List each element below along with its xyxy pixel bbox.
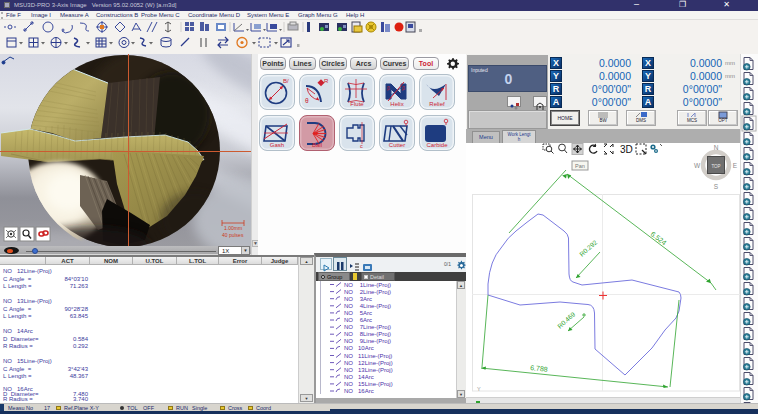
svg-text:S: S	[714, 183, 719, 190]
svg-text:R0.469: R0.469	[556, 310, 577, 329]
svg-text:6.788: 6.788	[530, 364, 548, 373]
svg-text:Y: Y	[477, 386, 481, 392]
svg-text:β: β	[402, 85, 405, 91]
svg-text:E: E	[733, 162, 738, 169]
svg-text:1.00mm: 1.00mm	[224, 225, 242, 231]
svg-text:N: N	[714, 144, 719, 151]
svg-text:R: R	[324, 78, 329, 84]
svg-text:c: c	[360, 143, 363, 149]
svg-text:W: W	[694, 162, 701, 169]
svg-text:B/: B/	[283, 78, 289, 84]
svg-text:3D: 3D	[620, 144, 633, 155]
svg-text:40 pulses: 40 pulses	[222, 232, 244, 238]
svg-text:β: β	[387, 85, 390, 91]
svg-text:R0.292: R0.292	[578, 238, 599, 257]
svg-text:Pan: Pan	[575, 163, 585, 169]
svg-text:θ: θ	[305, 97, 309, 104]
svg-text:TOP: TOP	[711, 164, 720, 169]
